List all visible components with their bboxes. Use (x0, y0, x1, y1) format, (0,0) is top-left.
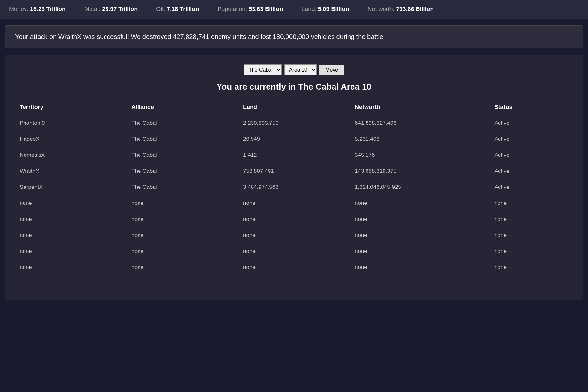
cell-status: none (490, 227, 574, 243)
cell-alliance: none (126, 259, 238, 275)
cell-status: Active (490, 115, 574, 131)
land-label: Land: (302, 6, 318, 12)
cell-land: 3,484,974,563 (238, 179, 350, 195)
cell-status: none (490, 195, 574, 211)
networth-label: Net worth: (368, 6, 396, 12)
main-content: The Cabal Area 10 Area 1 Area 2 Area 3 A… (5, 55, 583, 300)
cell-territory: none (15, 243, 126, 259)
cell-alliance: none (126, 243, 238, 259)
cell-alliance: The Cabal (126, 147, 238, 163)
table-row: nonenonenonenonenone (15, 227, 573, 243)
cell-land: 20,949 (238, 131, 350, 147)
cell-land: none (238, 211, 350, 227)
table-row: Phantom9The Cabal2,230,893,750641,898,32… (15, 115, 573, 131)
cell-territory: HadesX (15, 131, 126, 147)
resource-population: Population: 53.63 Billion (208, 0, 292, 19)
land-value: 5.09 Billion (318, 6, 349, 12)
cell-networth: none (350, 259, 490, 275)
table-row: nonenonenonenonenone (15, 243, 573, 259)
oil-label: Oil: (156, 6, 167, 12)
cell-alliance: none (126, 227, 238, 243)
cell-land: none (238, 195, 350, 211)
cell-territory: none (15, 259, 126, 275)
resource-bar: Money: 18.23 Trillion Metal: 23.97 Trill… (0, 0, 588, 19)
table-row: HadesXThe Cabal20,9495,231,408Active (15, 131, 573, 147)
cell-alliance: The Cabal (126, 163, 238, 179)
cell-territory: Phantom9 (15, 115, 126, 131)
table-row: nonenonenonenonenone (15, 259, 573, 275)
col-header-territory: Territory (15, 100, 126, 115)
cell-alliance: none (126, 211, 238, 227)
resource-metal: Metal: 23.97 Trillion (75, 0, 147, 19)
money-label: Money: (9, 6, 30, 12)
cell-alliance: The Cabal (126, 179, 238, 195)
metal-label: Metal: (84, 6, 102, 12)
col-header-land: Land (238, 100, 350, 115)
cell-networth: 345,176 (350, 147, 490, 163)
cell-networth: 143,688,319,375 (350, 163, 490, 179)
cell-status: Active (490, 163, 574, 179)
population-value: 53.63 Billion (249, 6, 283, 12)
area-select[interactable]: Area 10 Area 1 Area 2 Area 3 Area 4 Area… (284, 64, 317, 75)
location-title: You are currently in The Cabal Area 10 (15, 82, 573, 92)
notification-message: Your attack on WraithX was successful! W… (15, 33, 573, 41)
col-header-networth: Networth (350, 100, 490, 115)
cell-territory: WraithX (15, 163, 126, 179)
controls-row: The Cabal Area 10 Area 1 Area 2 Area 3 A… (15, 64, 573, 75)
resource-land: Land: 5.09 Billion (292, 0, 358, 19)
table-row: NemesisXThe Cabal1,412345,176Active (15, 147, 573, 163)
cell-networth: 641,898,327,496 (350, 115, 490, 131)
cell-networth: none (350, 195, 490, 211)
notification-banner: Your attack on WraithX was successful! W… (5, 25, 583, 48)
cell-alliance: none (126, 195, 238, 211)
col-header-status: Status (490, 100, 574, 115)
metal-value: 23.97 Trillion (102, 6, 138, 12)
cell-alliance: The Cabal (126, 131, 238, 147)
cell-status: none (490, 243, 574, 259)
territory-table: Territory Alliance Land Networth Status … (15, 100, 573, 275)
cell-status: none (490, 259, 574, 275)
table-row: WraithXThe Cabal758,807,491143,688,319,3… (15, 163, 573, 179)
cell-alliance: The Cabal (126, 115, 238, 131)
cell-territory: NemesisX (15, 147, 126, 163)
cell-networth: 1,324,046,045,925 (350, 179, 490, 195)
population-label: Population: (218, 6, 249, 12)
move-button[interactable]: Move (319, 65, 344, 75)
cell-land: none (238, 243, 350, 259)
resource-networth: Net worth: 793.66 Billion (358, 0, 443, 19)
oil-value: 7.18 Trillion (167, 6, 199, 12)
cell-networth: none (350, 227, 490, 243)
cell-status: Active (490, 179, 574, 195)
cell-status: Active (490, 147, 574, 163)
table-row: nonenonenonenonenone (15, 195, 573, 211)
cell-networth: 5,231,408 (350, 131, 490, 147)
money-value: 18.23 Trillion (30, 6, 66, 12)
table-row: SerpentXThe Cabal3,484,974,5631,324,046,… (15, 179, 573, 195)
table-row: nonenonenonenonenone (15, 211, 573, 227)
cell-land: 1,412 (238, 147, 350, 163)
cell-status: none (490, 211, 574, 227)
resource-oil: Oil: 7.18 Trillion (147, 0, 208, 19)
cell-land: 758,807,491 (238, 163, 350, 179)
cell-land: none (238, 227, 350, 243)
cell-land: none (238, 259, 350, 275)
cell-territory: none (15, 195, 126, 211)
networth-value: 793.66 Billion (396, 6, 433, 12)
cell-status: Active (490, 131, 574, 147)
alliance-select[interactable]: The Cabal (244, 64, 282, 75)
cell-networth: none (350, 243, 490, 259)
cell-networth: none (350, 211, 490, 227)
cell-territory: SerpentX (15, 179, 126, 195)
col-header-alliance: Alliance (126, 100, 238, 115)
cell-land: 2,230,893,750 (238, 115, 350, 131)
resource-money: Money: 18.23 Trillion (0, 0, 75, 19)
cell-territory: none (15, 227, 126, 243)
cell-territory: none (15, 211, 126, 227)
